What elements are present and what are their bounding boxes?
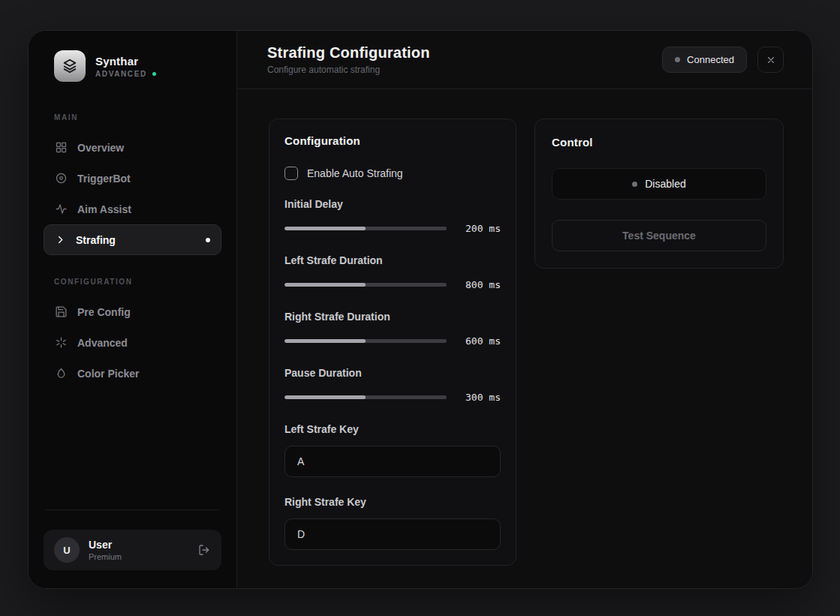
sidebar-item-label: Pre Config [77, 306, 131, 318]
sidebar-item-aim-assist[interactable]: Aim Assist [44, 194, 221, 224]
slider-value: 800 ms [457, 279, 501, 290]
slider-label: Initial Delay [285, 198, 501, 210]
nav-configuration: Pre Config Advanced Color Picker [44, 296, 221, 389]
section-label-main: MAIN [44, 113, 221, 122]
status-text: Connected [687, 54, 734, 65]
user-name: User [89, 539, 122, 551]
control-card: Control Disabled Test Sequence [534, 119, 784, 269]
slider-value: 300 ms [457, 392, 501, 403]
sidebar-item-label: Overview [77, 142, 124, 154]
right-strafe-duration-slider[interactable] [285, 339, 447, 343]
layers-logo-icon [54, 50, 86, 82]
status-dot [675, 57, 680, 62]
main-panel: Strafing Configuration Configure automat… [237, 31, 812, 588]
initial-delay-group: Initial Delay 200 ms [285, 198, 501, 234]
sidebar-item-label: Color Picker [77, 368, 139, 380]
test-sequence-button[interactable]: Test Sequence [552, 220, 766, 251]
sidebar: Synthar ADVANCED MAIN Overview [29, 31, 237, 588]
slider-value: 600 ms [457, 335, 501, 347]
sidebar-item-label: Advanced [77, 337, 128, 349]
sidebar-item-strafing[interactable]: Strafing [44, 224, 221, 255]
left-strafe-key-input[interactable] [285, 446, 501, 477]
sidebar-item-overview[interactable]: Overview [44, 132, 221, 163]
nav-main: Overview TriggerBot Aim Assist [44, 132, 221, 255]
initial-delay-slider[interactable] [285, 227, 447, 230]
slider-fill [285, 227, 366, 230]
slider-label: Pause Duration [285, 367, 501, 379]
user-card: U User Premium [44, 530, 221, 570]
strafing-status-toggle[interactable]: Disabled [552, 168, 766, 200]
right-strafe-key-group: Right Strafe Key [285, 496, 501, 550]
sidebar-item-label: Aim Assist [77, 203, 131, 215]
left-strafe-key-group: Left Strafe Key [285, 423, 501, 477]
slider-fill [285, 283, 366, 287]
enable-auto-strafing-checkbox-row[interactable]: Enable Auto Strafing [285, 167, 501, 180]
sparkle-icon [55, 336, 68, 349]
slider-label: Right Strafe Duration [285, 311, 501, 323]
close-button[interactable] [757, 47, 784, 73]
strafing-status-text: Disabled [645, 178, 685, 190]
page-subtitle: Configure automatic strafing [267, 65, 430, 75]
brand-name: Synthar [95, 55, 156, 68]
connection-status-badge: Connected [662, 47, 747, 73]
checkbox-label: Enable Auto Strafing [307, 167, 403, 179]
slider-fill [285, 395, 366, 399]
avatar: U [54, 537, 80, 563]
sidebar-item-pre-config[interactable]: Pre Config [44, 296, 221, 327]
brand-tier: ADVANCED [95, 70, 147, 78]
active-dot [206, 238, 210, 242]
checkbox-unchecked[interactable] [285, 167, 298, 180]
sidebar-divider [45, 509, 220, 510]
configuration-card-title: Configuration [285, 134, 501, 147]
save-icon [55, 305, 68, 318]
pause-duration-slider[interactable] [285, 395, 447, 399]
control-card-title: Control [552, 136, 766, 149]
app-window: Synthar ADVANCED MAIN Overview [28, 30, 813, 589]
online-dot [152, 72, 156, 76]
slider-fill [285, 339, 366, 343]
chevron-right-icon [55, 234, 66, 245]
target-icon [55, 172, 68, 185]
logout-button[interactable] [197, 543, 211, 557]
sidebar-item-advanced[interactable]: Advanced [44, 327, 221, 358]
status-dot [632, 182, 637, 187]
slider-value: 200 ms [457, 223, 501, 234]
grid-icon [55, 141, 68, 154]
configuration-card: Configuration Enable Auto Strafing Initi… [269, 119, 516, 566]
input-label: Left Strafe Key [285, 423, 501, 435]
sidebar-item-triggerbot[interactable]: TriggerBot [44, 163, 221, 194]
brand: Synthar ADVANCED [44, 50, 221, 82]
left-strafe-duration-group: Left Strafe Duration 800 ms [285, 254, 501, 290]
page-header: Strafing Configuration Configure automat… [237, 31, 812, 89]
sidebar-item-color-picker[interactable]: Color Picker [44, 358, 221, 389]
droplet-icon [55, 367, 68, 380]
right-strafe-key-input[interactable] [285, 518, 501, 550]
content-area: Configuration Enable Auto Strafing Initi… [237, 89, 812, 566]
pause-duration-group: Pause Duration 300 ms [285, 367, 501, 403]
activity-icon [55, 203, 68, 215]
page-title: Strafing Configuration [267, 44, 430, 62]
input-label: Right Strafe Key [285, 496, 501, 508]
user-plan: Premium [89, 552, 122, 561]
slider-label: Left Strafe Duration [285, 254, 501, 266]
sidebar-item-label: TriggerBot [77, 173, 131, 185]
right-strafe-duration-group: Right Strafe Duration 600 ms [285, 311, 501, 347]
left-strafe-duration-slider[interactable] [285, 283, 447, 287]
close-icon [766, 55, 776, 65]
sidebar-item-label: Strafing [76, 234, 116, 246]
section-label-configuration: CONFIGURATION [44, 278, 221, 286]
logout-icon [197, 543, 211, 557]
